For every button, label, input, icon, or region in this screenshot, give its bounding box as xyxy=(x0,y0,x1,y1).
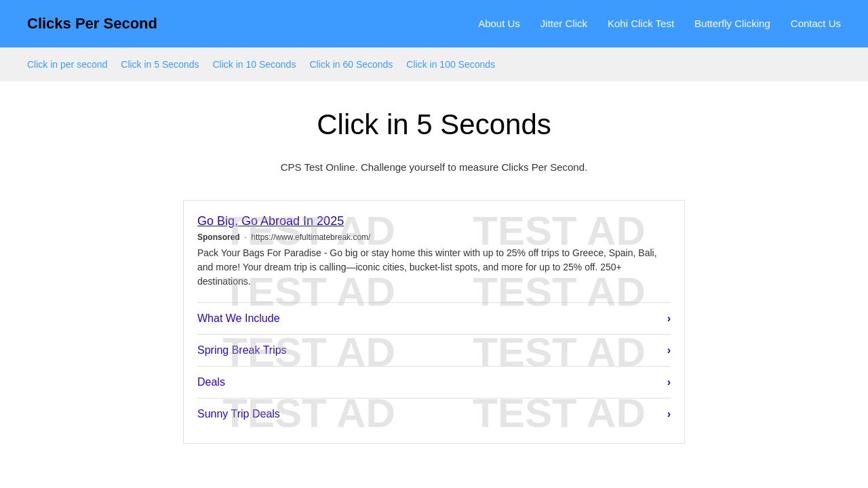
chevron-right-icon: › xyxy=(667,344,671,357)
subnav-item-click-in-10-seconds[interactable]: Click in 10 Seconds xyxy=(212,59,296,70)
page-title: Click in 5 Seconds xyxy=(14,108,854,141)
header-nav-item-jitter-click[interactable]: Jitter Click xyxy=(540,18,587,29)
header-nav-item-contact-us[interactable]: Contact Us xyxy=(791,18,841,29)
header: Clicks Per Second About UsJitter ClickKo… xyxy=(0,0,868,47)
sub-nav: Click in per secondClick in 5 SecondsCli… xyxy=(0,47,868,81)
header-nav-item-kohi-click-test[interactable]: Kohi Click Test xyxy=(608,18,674,29)
ad-list-item[interactable]: Sunny Trip Deals› xyxy=(197,398,671,430)
ad-list-link[interactable]: Deals xyxy=(197,376,225,388)
main-content: Click in 5 Seconds CPS Test Online. Chal… xyxy=(0,81,868,488)
subnav-item-click-in-60-seconds[interactable]: Click in 60 Seconds xyxy=(309,59,393,70)
header-nav-item-butterfly-clicking[interactable]: Butterfly Clicking xyxy=(694,18,770,29)
ad-description: Pack Your Bags For Paradise - Go big or … xyxy=(197,246,671,289)
ad-container: TEST AD TEST AD TEST AD TEST AD TEST AD … xyxy=(183,200,685,444)
ad-list-item[interactable]: Deals› xyxy=(197,366,671,398)
ad-url: https://www.efultimatebreak.com/ xyxy=(251,232,370,242)
subnav-item-click-in-100-seconds[interactable]: Click in 100 Seconds xyxy=(406,59,495,70)
ad-list: What We Include›Spring Break Trips›Deals… xyxy=(197,302,671,430)
site-logo[interactable]: Clicks Per Second xyxy=(27,15,157,33)
chevron-right-icon: › xyxy=(667,408,671,420)
header-nav: About UsJitter ClickKohi Click TestButte… xyxy=(478,18,841,30)
subnav-item-click-in-5-seconds[interactable]: Click in 5 Seconds xyxy=(121,59,199,70)
header-nav-item-about-us[interactable]: About Us xyxy=(478,18,520,29)
chevron-right-icon: › xyxy=(667,376,671,388)
page-description: CPS Test Online. Challenge yourself to m… xyxy=(14,161,854,173)
ad-list-item[interactable]: What We Include› xyxy=(197,302,671,334)
ad-main-link[interactable]: Go Big, Go Abroad In 2025 xyxy=(197,214,671,228)
subnav-item-click-in-per-second[interactable]: Click in per second xyxy=(27,59,107,70)
ad-list-link[interactable]: What We Include xyxy=(197,312,280,325)
ad-list-item[interactable]: Spring Break Trips› xyxy=(197,334,671,366)
chevron-right-icon: › xyxy=(667,312,671,325)
ad-sponsored-label: Sponsored · https://www.efultimatebreak.… xyxy=(197,232,671,242)
ad-list-link[interactable]: Spring Break Trips xyxy=(197,344,287,357)
ad-list-link[interactable]: Sunny Trip Deals xyxy=(197,408,280,420)
